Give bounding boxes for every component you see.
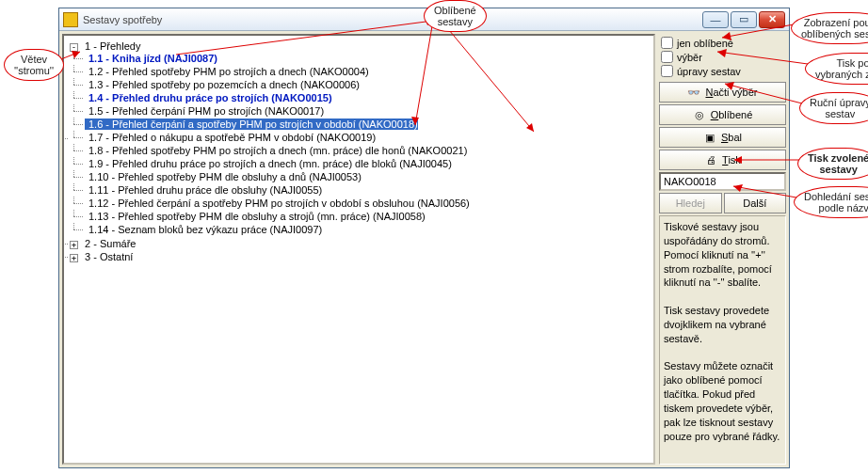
expander-icon[interactable]: -	[70, 43, 78, 52]
favorites-button[interactable]: ◎ Oblíbené	[659, 104, 786, 125]
collapse-icon: ▣	[703, 132, 716, 144]
search-input[interactable]: NAKO0018	[659, 172, 786, 191]
printer-icon: 🖨	[704, 154, 717, 166]
search-next-button[interactable]: Další	[724, 193, 787, 213]
tree-item[interactable]: 1.6 - Přehled čerpání a spotřeby PHM po …	[85, 118, 651, 131]
side-panel: jen oblíbené výběr úpravy sestav 👓 Načti…	[659, 34, 786, 465]
tree-node-root[interactable]: - 1 - Přehledy 1.1 - Kniha jízd (NAJI008…	[70, 40, 651, 237]
check-favorites[interactable]: jen oblíbené	[659, 36, 786, 50]
expander-icon[interactable]: +	[70, 241, 78, 249]
window: Sestavy spotřeby — ▭ ✕ - 1 - Přehledy 1.…	[58, 8, 790, 468]
tree-item[interactable]: 1.11 - Přehled druhu práce dle obsluhy (…	[85, 183, 651, 197]
callout-search-name: Dohledání sestavypodle názvu	[794, 186, 868, 218]
check-edits[interactable]: úpravy sestav	[659, 64, 786, 78]
callout-manual-edits: Ruční úpravysestav	[799, 92, 868, 124]
maximize-button[interactable]: ▭	[731, 11, 757, 28]
tree-item[interactable]: 1.5 - Přehled čerpání PHM po strojích (N…	[85, 104, 651, 118]
load-selection-button[interactable]: 👓 Načti výběr	[659, 82, 786, 103]
tree-item[interactable]: 1.14 - Seznam bloků bez výkazu práce (NA…	[85, 223, 651, 236]
tree-node[interactable]: + 3 - Ostatní	[70, 250, 651, 263]
collapse-button[interactable]: ▣ Sbal	[659, 127, 786, 148]
tree-pane[interactable]: - 1 - Přehledy 1.1 - Kniha jízd (NAJI008…	[62, 34, 655, 465]
report-tree: - 1 - Přehledy 1.1 - Kniha jízd (NAJI008…	[66, 40, 651, 263]
help-text: Tiskové sestavy jsou uspořádány do strom…	[659, 215, 786, 465]
tree-item[interactable]: 1.3 - Přehled spotřeby po pozemcích a dn…	[85, 78, 651, 91]
app-icon	[63, 12, 78, 27]
window-title: Sestavy spotřeby	[83, 14, 702, 25]
glasses-icon: 👓	[687, 87, 700, 99]
print-button[interactable]: 🖨 Tisk	[659, 150, 786, 170]
expander-icon[interactable]: +	[70, 254, 78, 262]
callout-print-chosen: Tisk zvolenésestavy	[797, 148, 868, 180]
tree-item[interactable]: 1.2 - Přehled spotřeby PHM po strojích a…	[85, 65, 651, 78]
target-icon: ◎	[693, 109, 706, 121]
tree-item[interactable]: 1.4 - Přehled druhu práce po strojích (N…	[85, 91, 651, 104]
tree-item[interactable]: 1.10 - Přehled spotřeby PHM dle obsluhy …	[85, 170, 651, 183]
tree-item[interactable]: 1.13 - Přehled spotřeby PHM dle obsluhy …	[85, 210, 651, 223]
close-button[interactable]: ✕	[759, 11, 785, 28]
check-selection[interactable]: výběr	[659, 50, 786, 64]
tree-item[interactable]: 1.8 - Přehled spotřeby PHM po strojích a…	[85, 144, 651, 157]
tree-item[interactable]: 1.7 - Přehled o nákupu a spotřebě PHM v …	[85, 131, 651, 144]
search-find-button[interactable]: Hledej	[659, 193, 722, 213]
callout-favorite-sets: Oblíbenésestavy	[424, 0, 487, 32]
tree-node[interactable]: + 2 - Sumáře	[70, 237, 651, 250]
tree-item[interactable]: 1.12 - Přehled čerpání a spotřeby PHM po…	[85, 197, 651, 210]
tree-item[interactable]: 1.9 - Přehled druhu práce po strojích a …	[85, 157, 651, 170]
callout-branch: Větev''stromu''	[4, 49, 64, 81]
minimize-button[interactable]: —	[702, 11, 729, 28]
tree-item[interactable]: 1.1 - Kniha jízd (NAJI0087)	[85, 52, 651, 65]
callout-print-selection: Tisk pouzevybraných záznamů	[805, 53, 868, 85]
callout-show-favorites: Zobrazení pouzeoblíbených sestav	[791, 12, 868, 44]
